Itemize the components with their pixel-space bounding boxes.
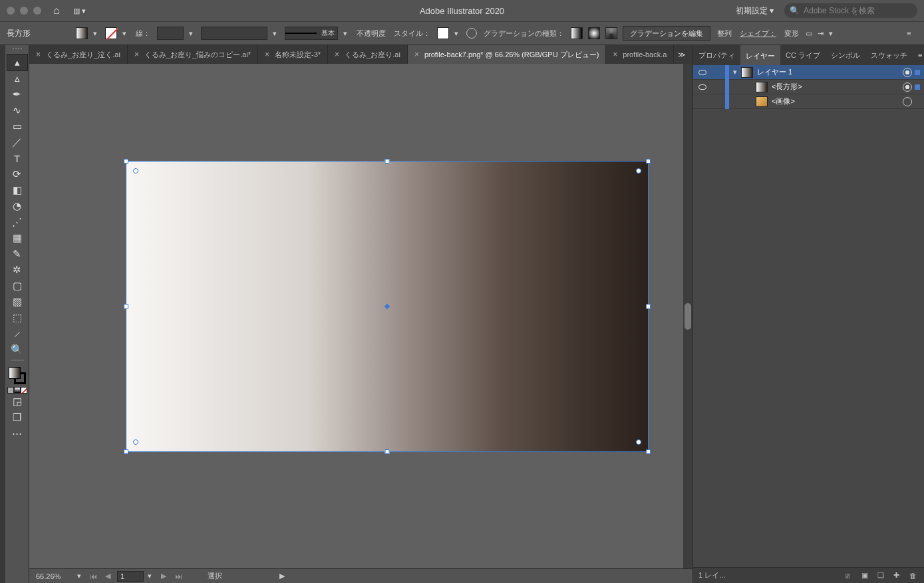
artboard-dropdown-icon[interactable]: ▾ [148,572,154,580]
gradient-tool[interactable]: ▦ [7,230,27,246]
maximize-window-icon[interactable] [33,7,41,15]
close-tab-icon[interactable]: × [36,50,41,59]
resize-handle[interactable] [646,449,651,454]
rectangle-tool[interactable]: ▭ [7,118,27,134]
color-mode-none[interactable] [21,387,27,394]
live-corner-widget[interactable] [636,439,641,445]
artboard-tool[interactable]: ▢ [7,278,27,294]
delete-layer-icon[interactable]: 🗑 [909,572,919,580]
stock-search-input[interactable]: 🔍 Adobe Stock を検索 [784,3,917,18]
target-icon[interactable] [903,82,912,92]
eyedropper-tool[interactable]: ✎ [7,246,27,262]
close-tab-icon[interactable]: × [265,50,269,59]
document-tab[interactable]: ×くるみ_お座り_悩みのコピー.ai* [128,45,258,64]
style-dropdown-icon[interactable]: ▾ [454,29,461,38]
toolbar-grip-icon[interactable] [10,48,25,52]
panel-menu-icon[interactable]: ≡ [913,45,924,65]
symbol-sprayer-tool[interactable]: ✲ [7,262,27,278]
live-corner-widget[interactable] [636,168,641,174]
prev-artboard-button[interactable]: ◀ [102,572,113,580]
expand-toggle-icon[interactable]: ▾ [729,68,741,76]
color-mode-solid[interactable] [7,387,14,394]
resize-handle[interactable] [646,304,651,309]
draw-mode-button[interactable]: ◲ [7,394,27,409]
workspace-preset-dropdown[interactable]: 初期設定 ▾ [736,5,774,17]
slice-tool[interactable]: ▨ [7,294,27,310]
freeform-gradient-button[interactable] [605,27,617,39]
resize-handle[interactable] [124,159,128,164]
document-tab[interactable]: ×くるみ_お座り.ai [328,45,408,64]
arrange-documents-menu[interactable]: ▥ ▾ [73,7,86,15]
target-icon[interactable] [903,68,912,77]
layer-row[interactable]: <画像> [693,94,924,109]
fill-color-icon[interactable] [9,367,21,379]
document-tab[interactable]: ×くるみ_お座り_泣く.ai [29,45,128,64]
shape-builder-tool[interactable]: ◔ [7,198,27,214]
resize-handle[interactable] [646,159,651,164]
visibility-toggle[interactable] [693,84,712,90]
transform-label[interactable]: 変形 [783,29,800,39]
minimize-window-icon[interactable] [20,7,28,15]
panel-tab-cclib[interactable]: CC ライブ [780,45,826,65]
resize-handle[interactable] [385,159,390,164]
graphic-style-swatch[interactable] [437,27,449,39]
variable-width-profile-dropdown[interactable] [201,27,267,40]
brush-definition-dropdown[interactable]: 基本 [285,27,338,40]
recolor-artwork-icon[interactable] [466,28,477,39]
stroke-dropdown-icon[interactable]: ▾ [122,29,129,38]
close-tab-icon[interactable]: × [134,50,139,59]
scrollbar-thumb[interactable] [685,303,691,330]
zoom-level[interactable]: 66.26% [36,572,73,580]
transform-icon[interactable]: ▭ [806,29,812,38]
control-bar-menu-icon[interactable]: ≡ [907,29,917,37]
create-new-layer-icon[interactable]: ✚ [893,571,903,580]
artboard-number-input[interactable]: 1 [117,571,144,582]
locate-object-icon[interactable]: ⎚ [846,572,855,580]
document-tab[interactable]: ×profile-back.a [606,45,674,64]
close-window-icon[interactable] [7,7,15,15]
live-corner-widget[interactable] [133,168,138,174]
close-tab-icon[interactable]: × [613,50,617,59]
layer-row[interactable]: <長方形> [693,80,924,94]
shape-label[interactable]: シェイプ： [738,29,778,39]
type-tool[interactable]: T [7,150,27,166]
panel-tab-symbols[interactable]: シンボル [826,45,865,65]
home-icon[interactable]: ⌂ [53,5,60,17]
rotate-tool[interactable]: ⟳ [7,166,27,182]
resize-handle[interactable] [124,449,128,454]
isolate-mask-icon[interactable]: ⇥ [818,29,824,38]
panel-tab-layers[interactable]: レイヤー [740,45,780,65]
visibility-toggle[interactable] [693,70,712,75]
layer-name[interactable]: <長方形> [772,82,903,92]
make-clipping-mask-icon[interactable]: ▣ [861,571,871,580]
linear-gradient-button[interactable] [571,27,583,39]
layer-name[interactable]: レイヤー 1 [757,67,903,77]
document-tab[interactable]: ×名称未設定-3* [258,45,328,64]
more-options-dropdown-icon[interactable]: ▾ [829,29,836,38]
radial-gradient-button[interactable] [588,27,600,39]
layer-row[interactable]: ▾ レイヤー 1 [693,65,924,80]
canvas[interactable] [29,64,693,568]
stroke-weight-dropdown-icon[interactable]: ▾ [189,29,196,38]
tabs-overflow-button[interactable]: ≫ [674,45,690,64]
edit-toolbar-button[interactable]: ⋯ [7,425,27,441]
align-label[interactable]: 整列 [716,29,733,39]
selection-indicator[interactable] [915,70,920,75]
close-tab-icon[interactable]: × [335,50,339,59]
resize-handle[interactable] [124,304,128,309]
panel-tab-swatches[interactable]: スウォッチ [865,45,913,65]
brush-dropdown-icon[interactable]: ▾ [343,29,350,38]
next-artboard-button[interactable]: ▶ [158,572,169,580]
zoom-dropdown-icon[interactable]: ▾ [77,572,84,580]
width-tool[interactable]: ⋰ [7,214,27,230]
target-icon[interactable] [903,97,912,106]
zoom-tool[interactable]: 🔍 [7,342,27,358]
color-picker-tool[interactable]: ⟋ [7,326,27,342]
selected-rectangle[interactable] [126,161,649,452]
document-tab-active[interactable]: ×profile-back7.png* @ 66.26% (RGB/GPU プレ… [408,45,606,64]
selection-indicator[interactable] [915,99,920,104]
curvature-tool[interactable]: ∿ [7,102,27,118]
direct-selection-tool[interactable]: ▵ [7,70,27,86]
eraser-tool[interactable]: ◧ [7,182,27,198]
layer-name[interactable]: <画像> [772,96,903,106]
